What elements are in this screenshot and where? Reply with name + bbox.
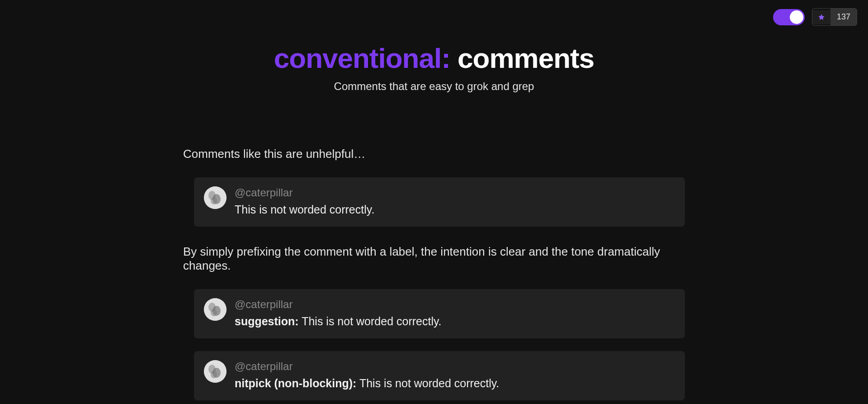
comment-card: @caterpillar This is not worded correctl… — [194, 177, 685, 227]
username: @caterpillar — [235, 298, 675, 311]
username: @caterpillar — [235, 186, 675, 199]
header: conventional: comments Comments that are… — [183, 43, 685, 93]
svg-point-3 — [211, 197, 217, 204]
comment-label: suggestion: — [235, 315, 299, 328]
star-icon-box — [812, 10, 830, 24]
title-suffix: comments — [450, 43, 594, 74]
comment-body: This is not worded correctly. — [299, 315, 442, 328]
title-prefix: conventional: — [274, 43, 450, 74]
comment-card: @caterpillar nitpick (non-blocking): Thi… — [194, 351, 685, 400]
svg-point-11 — [211, 371, 217, 378]
comment-content: @caterpillar This is not worded correctl… — [235, 186, 675, 218]
comment-body: This is not worded correctly. — [235, 203, 374, 216]
comment-body: This is not worded correctly. — [356, 377, 499, 390]
comment-text: This is not worded correctly. — [235, 202, 675, 218]
avatar — [204, 298, 226, 321]
top-bar: 137 — [0, 0, 868, 34]
comment-label: nitpick (non-blocking): — [235, 377, 356, 390]
comment-card: @caterpillar suggestion: This is not wor… — [194, 289, 685, 338]
caterpillar-avatar-icon — [204, 298, 226, 321]
main-container: conventional: comments Comments that are… — [174, 43, 694, 400]
caterpillar-avatar-icon — [204, 360, 226, 383]
avatar — [204, 186, 226, 209]
star-count: 137 — [830, 9, 857, 25]
comment-text: nitpick (non-blocking): This is not word… — [235, 375, 675, 391]
star-icon — [818, 14, 825, 21]
theme-toggle[interactable] — [773, 9, 805, 25]
description-text: By simply prefixing the comment with a l… — [183, 245, 685, 273]
comment-content: @caterpillar nitpick (non-blocking): Thi… — [235, 360, 675, 391]
star-badge[interactable]: 137 — [812, 8, 857, 26]
subtitle: Comments that are easy to grok and grep — [183, 80, 685, 93]
page-title: conventional: comments — [183, 43, 685, 74]
caterpillar-avatar-icon — [204, 186, 226, 209]
avatar — [204, 360, 226, 383]
username: @caterpillar — [235, 360, 675, 373]
svg-point-7 — [211, 309, 217, 316]
comment-text: suggestion: This is not worded correctly… — [235, 314, 675, 329]
toggle-knob — [790, 10, 803, 24]
comment-content: @caterpillar suggestion: This is not wor… — [235, 298, 675, 329]
intro-text: Comments like this are unhelpful… — [183, 147, 685, 161]
